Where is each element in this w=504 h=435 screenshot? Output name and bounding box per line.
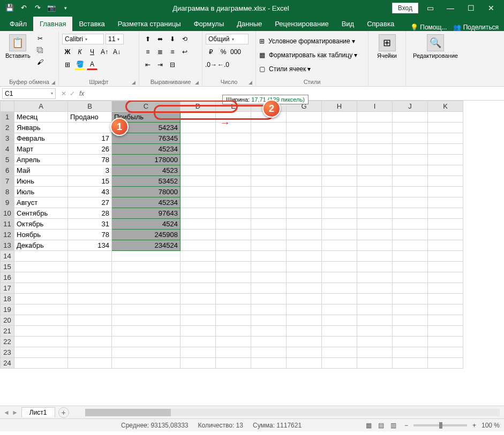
col-header-H[interactable]: H: [322, 101, 357, 112]
normal-view-icon[interactable]: ▦: [363, 421, 374, 430]
cell-G3[interactable]: [287, 133, 322, 144]
font-size[interactable]: 11▾: [106, 34, 124, 44]
cell-H16[interactable]: [322, 272, 357, 283]
cell-I24[interactable]: [357, 358, 393, 369]
paste-button[interactable]: 📋 Вставить: [3, 33, 33, 67]
cell-H23[interactable]: [322, 347, 357, 358]
cell-A24[interactable]: [14, 358, 68, 369]
cell-F17[interactable]: [251, 283, 287, 294]
cell-F11[interactable]: [251, 219, 287, 230]
cell-I11[interactable]: [357, 219, 393, 230]
row-header-5[interactable]: 5: [1, 155, 14, 165]
select-all[interactable]: [1, 101, 14, 112]
cell-H21[interactable]: [322, 326, 357, 337]
col-header-I[interactable]: I: [357, 101, 393, 112]
col-header-B[interactable]: B: [68, 101, 112, 112]
cell-F12[interactable]: [251, 230, 287, 240]
cell-B22[interactable]: [68, 337, 112, 347]
tab-formulas[interactable]: Формулы: [187, 17, 231, 31]
cell-F4[interactable]: [251, 144, 287, 155]
cell-D16[interactable]: [180, 272, 216, 283]
cell-H1[interactable]: [322, 112, 357, 123]
sheet-tab-1[interactable]: Лист1: [21, 407, 55, 417]
login-button[interactable]: Вход: [392, 3, 418, 13]
cell-B23[interactable]: [68, 347, 112, 358]
wrap-text-icon[interactable]: ↩: [179, 47, 190, 57]
cell-C6[interactable]: 4523: [112, 165, 180, 176]
tab-page-layout[interactable]: Разметка страницы: [111, 17, 187, 31]
cell-D23[interactable]: [180, 347, 216, 358]
cell-I19[interactable]: [357, 304, 393, 315]
cell-F23[interactable]: [251, 347, 287, 358]
fx-icon[interactable]: fx: [79, 90, 84, 97]
col-header-D[interactable]: D: [180, 101, 216, 112]
cell-I9[interactable]: [357, 197, 393, 208]
cell-B14[interactable]: [68, 251, 112, 262]
cell-D24[interactable]: [180, 358, 216, 369]
cell-I14[interactable]: [357, 251, 393, 262]
percent-icon[interactable]: %: [218, 47, 229, 57]
cell-G13[interactable]: [287, 240, 322, 251]
cell-J11[interactable]: [393, 219, 428, 230]
cell-A3[interactable]: Февраль: [14, 133, 68, 144]
row-header-12[interactable]: 12: [1, 230, 14, 240]
cell-G24[interactable]: [287, 358, 322, 369]
underline-button[interactable]: Ч: [87, 47, 97, 57]
cell-I3[interactable]: [357, 133, 393, 144]
editing-button[interactable]: 🔍 Редактирование: [409, 33, 462, 60]
cell-K16[interactable]: [428, 272, 463, 283]
cell-G21[interactable]: [287, 326, 322, 337]
cell-I10[interactable]: [357, 208, 393, 219]
cell-F20[interactable]: [251, 315, 287, 326]
cell-J6[interactable]: [393, 165, 428, 176]
cell-D5[interactable]: [180, 155, 216, 165]
cell-A20[interactable]: [14, 315, 68, 326]
cell-A2[interactable]: Январь: [14, 123, 68, 133]
cell-E10[interactable]: [216, 208, 251, 219]
row-header-21[interactable]: 21: [1, 326, 14, 337]
cell-A17[interactable]: [14, 283, 68, 294]
row-header-1[interactable]: 1: [1, 112, 14, 123]
cell-F18[interactable]: [251, 294, 287, 304]
cell-D21[interactable]: [180, 326, 216, 337]
row-header-17[interactable]: 17: [1, 283, 14, 294]
cell-F8[interactable]: [251, 187, 287, 197]
cell-A7[interactable]: Июнь: [14, 176, 68, 187]
cell-E18[interactable]: [216, 294, 251, 304]
col-header-C[interactable]: C: [112, 101, 180, 112]
cell-D8[interactable]: [180, 187, 216, 197]
cell-G19[interactable]: [287, 304, 322, 315]
cell-D15[interactable]: [180, 262, 216, 272]
cell-G8[interactable]: [287, 187, 322, 197]
align-middle-icon[interactable]: ⬌: [155, 34, 166, 44]
row-header-11[interactable]: 11: [1, 219, 14, 230]
cell-H4[interactable]: [322, 144, 357, 155]
cell-D19[interactable]: [180, 304, 216, 315]
cell-C11[interactable]: 4524: [112, 219, 180, 230]
row-header-19[interactable]: 19: [1, 304, 14, 315]
cancel-formula-icon[interactable]: ✕: [61, 90, 66, 97]
cell-K7[interactable]: [428, 176, 463, 187]
cell-J23[interactable]: [393, 347, 428, 358]
cell-F19[interactable]: [251, 304, 287, 315]
cell-G23[interactable]: [287, 347, 322, 358]
page-layout-icon[interactable]: ▤: [376, 421, 387, 430]
cell-K21[interactable]: [428, 326, 463, 337]
cell-E13[interactable]: [216, 240, 251, 251]
cell-C5[interactable]: 178000: [112, 155, 180, 165]
cell-F9[interactable]: [251, 197, 287, 208]
cell-E21[interactable]: [216, 326, 251, 337]
cell-F3[interactable]: [251, 133, 287, 144]
cell-E19[interactable]: [216, 304, 251, 315]
cell-F21[interactable]: [251, 326, 287, 337]
cell-I12[interactable]: [357, 230, 393, 240]
cell-B18[interactable]: [68, 294, 112, 304]
cell-G1[interactable]: [287, 112, 322, 123]
row-header-3[interactable]: 3: [1, 133, 14, 144]
cell-B15[interactable]: [68, 262, 112, 272]
cell-A23[interactable]: [14, 347, 68, 358]
cell-E17[interactable]: [216, 283, 251, 294]
col-header-A[interactable]: A: [14, 101, 68, 112]
cell-J3[interactable]: [393, 133, 428, 144]
comma-icon[interactable]: 000: [230, 47, 241, 57]
